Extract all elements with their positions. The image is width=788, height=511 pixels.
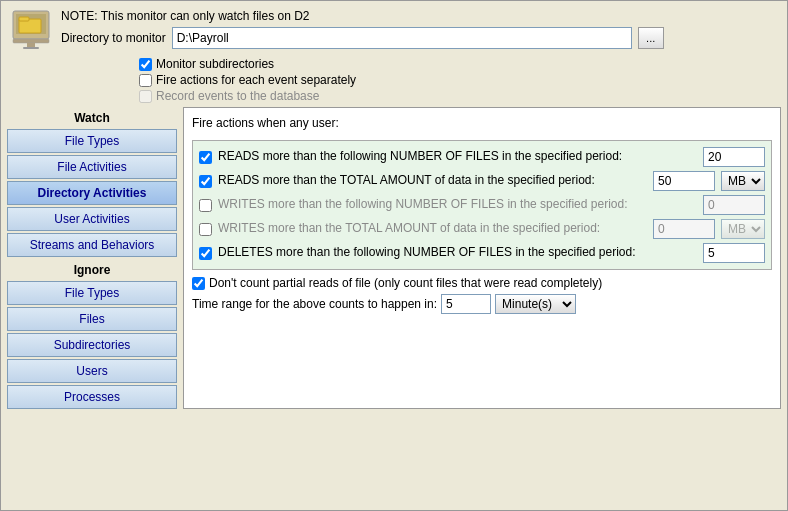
time-range-unit[interactable]: Second(s) Minute(s) Hour(s) [495,294,576,314]
dir-row: Directory to monitor ... [61,27,664,49]
condition-1-input[interactable] [653,171,715,191]
checkboxes-row: Monitor subdirectories Fire actions for … [1,57,787,103]
partial-reads-row[interactable]: Don't count partial reads of file (only … [192,276,772,290]
sidebar-btn-subdirectories-ignore[interactable]: Subdirectories [7,333,177,357]
condition-0-input[interactable] [703,147,765,167]
condition-2-checkbox[interactable] [199,199,212,212]
fire-each-label: Fire actions for each event separately [156,73,356,87]
time-range-row: Time range for the above counts to happe… [192,294,772,314]
top-info: NOTE: This monitor can only watch files … [61,9,664,49]
condition-1-unit[interactable]: MB KB GB [721,171,765,191]
condition-row-0: READS more than the following NUMBER OF … [199,147,765,167]
watch-section-label: Watch [7,111,177,125]
condition-0-text: READS more than the following NUMBER OF … [218,149,697,165]
svg-rect-3 [19,17,29,21]
svg-rect-5 [27,43,35,47]
condition-row-4: DELETES more than the following NUMBER O… [199,243,765,263]
sidebar-btn-file-types-watch[interactable]: File Types [7,129,177,153]
sidebar: Watch File Types File Activities Directo… [7,107,177,409]
fire-each-checkbox[interactable] [139,74,152,87]
condition-3-text: WRITES more than the TOTAL AMOUNT of dat… [218,221,647,237]
bottom-options: Don't count partial reads of file (only … [192,276,772,314]
sidebar-btn-file-types-ignore[interactable]: File Types [7,281,177,305]
condition-row-1: READS more than the TOTAL AMOUNT of data… [199,171,765,191]
condition-1-text: READS more than the TOTAL AMOUNT of data… [218,173,647,189]
time-range-input[interactable] [441,294,491,314]
top-bar: NOTE: This monitor can only watch files … [1,1,787,55]
partial-reads-label: Don't count partial reads of file (only … [209,276,602,290]
right-panel: Fire actions when any user: READS more t… [183,107,781,409]
directory-input[interactable] [172,27,632,49]
dir-label: Directory to monitor [61,31,166,45]
main-content: Watch File Types File Activities Directo… [1,107,787,415]
condition-0-checkbox[interactable] [199,151,212,164]
browse-button[interactable]: ... [638,27,664,49]
condition-row-3: WRITES more than the TOTAL AMOUNT of dat… [199,219,765,239]
monitor-subdirs-label: Monitor subdirectories [156,57,274,71]
sidebar-btn-file-activities[interactable]: File Activities [7,155,177,179]
fire-actions-title: Fire actions when any user: [192,116,772,130]
sidebar-btn-user-activities[interactable]: User Activities [7,207,177,231]
main-window: NOTE: This monitor can only watch files … [0,0,788,511]
condition-2-text: WRITES more than the following NUMBER OF… [218,197,697,213]
condition-1-checkbox[interactable] [199,175,212,188]
sidebar-btn-directory-activities[interactable]: Directory Activities [7,181,177,205]
condition-3-unit[interactable]: MB KB GB [721,219,765,239]
monitor-subdirs-checkbox-row[interactable]: Monitor subdirectories [139,57,787,71]
monitor-icon [11,9,51,49]
svg-rect-6 [23,47,39,49]
condition-row-2: WRITES more than the following NUMBER OF… [199,195,765,215]
condition-4-input[interactable] [703,243,765,263]
sidebar-btn-processes-ignore[interactable]: Processes [7,385,177,409]
conditions-box: READS more than the following NUMBER OF … [192,140,772,270]
sidebar-btn-files-ignore[interactable]: Files [7,307,177,331]
record-events-label: Record events to the database [156,89,319,103]
record-events-checkbox-row: Record events to the database [139,89,787,103]
condition-3-checkbox[interactable] [199,223,212,236]
condition-2-input[interactable] [703,195,765,215]
fire-each-checkbox-row[interactable]: Fire actions for each event separately [139,73,787,87]
sidebar-btn-users-ignore[interactable]: Users [7,359,177,383]
time-range-label: Time range for the above counts to happe… [192,297,437,311]
note-text: NOTE: This monitor can only watch files … [61,9,664,23]
svg-rect-4 [13,39,49,43]
record-events-checkbox [139,90,152,103]
sidebar-btn-streams-behaviors[interactable]: Streams and Behaviors [7,233,177,257]
partial-reads-checkbox[interactable] [192,277,205,290]
ignore-section-label: Ignore [7,263,177,277]
condition-4-text: DELETES more than the following NUMBER O… [218,245,697,261]
condition-4-checkbox[interactable] [199,247,212,260]
monitor-subdirs-checkbox[interactable] [139,58,152,71]
condition-3-input[interactable] [653,219,715,239]
